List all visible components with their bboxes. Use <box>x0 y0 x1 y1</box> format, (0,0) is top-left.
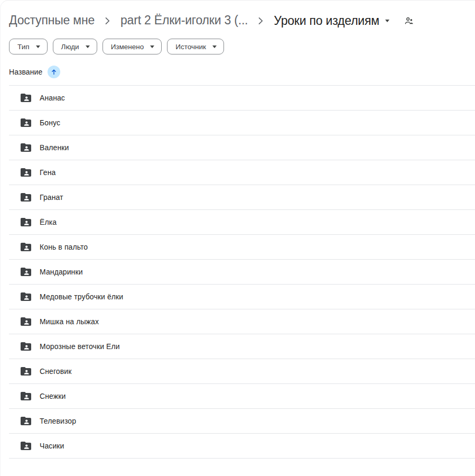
folder-row[interactable]: Снежки <box>9 384 475 409</box>
caret-down-icon <box>86 45 90 48</box>
shared-folder-icon <box>20 315 32 328</box>
shared-folder-icon <box>20 365 32 378</box>
current-folder-title: Уроки по изделиям <box>274 14 379 28</box>
filter-chip-label: Источник <box>175 43 206 51</box>
folder-name: Мишка на лыжах <box>40 317 99 326</box>
breadcrumb-item-parent-folder[interactable]: part 2 Ёлки-иголки 3 (... <box>120 13 248 28</box>
folder-name: Ёлка <box>40 218 57 226</box>
folder-row[interactable]: Валенки <box>9 135 475 160</box>
shared-folder-icon <box>20 216 32 228</box>
filter-chip-label: Изменено <box>111 43 144 51</box>
people-group-icon[interactable] <box>403 15 415 27</box>
filter-chip[interactable]: Тип <box>9 39 48 54</box>
folder-name: Морозные веточки Ели <box>40 342 120 351</box>
shared-folder-icon <box>20 116 32 129</box>
sort-ascending-icon <box>48 66 60 78</box>
filter-chips: Тип Люди Изменено Источник <box>1 39 475 54</box>
breadcrumb-item-shared-with-me[interactable]: Доступные мне <box>9 13 95 28</box>
folder-name: Снежки <box>40 392 66 400</box>
folder-name: Часики <box>40 442 64 450</box>
shared-folder-icon <box>20 290 32 303</box>
folder-name: Гена <box>40 168 55 177</box>
folder-row[interactable]: Мандаринки <box>9 260 475 285</box>
folder-name: Бонус <box>40 118 60 127</box>
filter-chip-label: Тип <box>17 43 30 51</box>
shared-folder-icon <box>20 390 32 402</box>
folder-name: Ананас <box>40 94 65 102</box>
folder-name: Конь в пальто <box>40 243 88 251</box>
folder-row[interactable]: Гранат <box>9 185 475 210</box>
folder-name: Гранат <box>40 193 63 202</box>
shared-folder-icon <box>20 340 32 353</box>
folder-row[interactable]: Телевизор <box>9 409 475 434</box>
shared-folder-icon <box>20 91 32 104</box>
sort-by-name-button[interactable]: Название <box>9 66 60 78</box>
drive-shared-folder-view: Доступные мне part 2 Ёлки-иголки 3 (... … <box>0 0 475 476</box>
folder-name: Валенки <box>40 143 69 152</box>
filter-chip[interactable]: Люди <box>53 39 97 54</box>
folder-row[interactable]: Медовые трубочки ёлки <box>9 285 475 309</box>
caret-down-icon <box>385 20 389 22</box>
chevron-right-icon <box>255 17 266 25</box>
shared-folder-icon <box>20 141 32 154</box>
caret-down-icon <box>150 45 154 48</box>
folder-name: Мандаринки <box>40 268 83 276</box>
caret-down-icon <box>212 45 217 48</box>
folder-row[interactable]: Мишка на лыжах <box>9 309 475 334</box>
shared-folder-icon <box>20 266 32 278</box>
shared-folder-icon <box>20 241 32 253</box>
folder-name: Медовые трубочки ёлки <box>40 292 123 301</box>
shared-folder-icon <box>20 166 32 179</box>
folder-name: Снеговик <box>40 367 71 376</box>
folder-row[interactable]: Гена <box>9 160 475 185</box>
folder-row[interactable]: Ёлка <box>9 210 475 235</box>
folder-row[interactable]: Ананас <box>9 86 475 111</box>
caret-down-icon <box>36 45 40 48</box>
filter-chip[interactable]: Источник <box>167 39 224 54</box>
filter-chip-label: Люди <box>61 43 79 51</box>
name-column-header: Название <box>9 68 42 76</box>
folder-list: Ананас Бонус <box>9 86 475 459</box>
shared-folder-icon <box>20 440 32 452</box>
shared-folder-icon <box>20 191 32 204</box>
folder-row[interactable]: Снеговик <box>9 359 475 384</box>
folder-row[interactable]: Морозные веточки Ели <box>9 334 475 359</box>
breadcrumb-current-folder[interactable]: Уроки по изделиям <box>274 14 389 28</box>
folder-row[interactable]: Часики <box>9 434 475 459</box>
breadcrumb: Доступные мне part 2 Ёлки-иголки 3 (... … <box>1 7 475 34</box>
folder-row[interactable]: Конь в пальто <box>9 235 475 260</box>
shared-folder-icon <box>20 415 32 427</box>
folder-row[interactable]: Бонус <box>9 111 475 135</box>
filter-chip[interactable]: Изменено <box>103 39 162 54</box>
chevron-right-icon <box>102 17 113 25</box>
list-header: Название <box>9 59 475 86</box>
folder-name: Телевизор <box>40 417 76 425</box>
